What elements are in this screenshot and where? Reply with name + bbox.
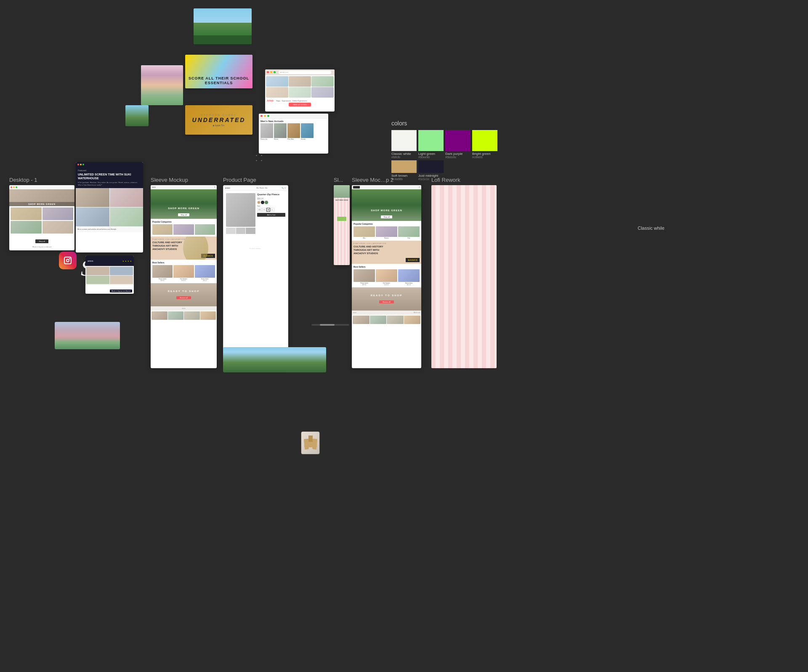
sleeve2-shop-btn[interactable]: Shop all — [381, 215, 392, 218]
mens-arrivals-title: Men's New Arrivals — [260, 120, 327, 122]
swatch-dark-purple: Dark purple #6b0c6c — [445, 130, 470, 159]
win-max — [16, 186, 17, 188]
product-name: Quarter-Zip Fleece — [257, 193, 285, 197]
score-text: SCORE ALL THEIR SCHOOL ESSENTIALS — [188, 76, 250, 86]
plugin-card: anovo ★ ★ ★ ★ Made in figma.com/brand — [85, 256, 134, 294]
sleeve-mockup-1-label: Sleeve Mockup — [151, 177, 188, 183]
sleeve-ready-text: READY TO SHOP — [168, 290, 199, 292]
minimize-dot-2 — [264, 115, 266, 117]
colors-title: colors — [391, 120, 509, 127]
blog-mockup: Featured UNLIMITED SCREEN TIME WITH SUKI… — [76, 162, 143, 252]
scrollbar-element[interactable] — [311, 324, 349, 326]
sleeve2-collab-title: CULTURE AND HISTORYTHROUGH ART WITHANCHO… — [354, 245, 420, 255]
blog-quote: It Girl graduate. Musician. Very online.… — [78, 181, 141, 186]
flowers-photo — [55, 322, 120, 349]
sleeve-bestsellers-label: Best Sellers — [152, 261, 215, 264]
desktop-1-mockup: SHOP MORE GREEN Shop all Made in figma.c… — [9, 185, 74, 250]
sleeve-mockup-2: ☰ SHOP MORE GREEN Shop all Popular Categ… — [352, 185, 421, 368]
product-page-mockup: anovo Men Women Kids 🔍 🛒 Quarter-Zip Fle… — [223, 185, 288, 368]
blog-featured: Featured — [78, 169, 141, 172]
expand-dot — [274, 71, 276, 73]
small-landscape-photo — [125, 105, 149, 126]
sleeve2-bestsellers-label: Best Sellers — [354, 266, 420, 268]
airbnb-logo: Airbnb — [267, 99, 274, 102]
blog-title: UNLIMITED SCREEN TIME WITH SUKI WATERHOU… — [78, 173, 141, 180]
sl-small-label: Sl... — [334, 177, 343, 183]
blog-close — [77, 164, 79, 165]
sleeve-browse-btn[interactable]: Browse all — [176, 296, 191, 299]
sleeve-mockup-1: anovo ☰ SHOP MORE GREEN Shop all Popular… — [151, 185, 217, 368]
product-price: $89.00 — [257, 197, 285, 200]
swatch-bright-green: Bright green #c6fe00 — [472, 130, 497, 159]
close-dot — [267, 71, 269, 73]
frame-connector-dots — [256, 155, 264, 163]
expand-dot-2 — [267, 115, 269, 117]
sleeve-popular-label: Popular Categories — [152, 220, 215, 223]
airbnb-mockup: airbnb.com Airbnb Stays · Experiences · … — [265, 69, 335, 112]
sleeve2-brand-footer: anovo — [353, 312, 356, 313]
sleeve2-basics-badge: BASICS — [406, 258, 420, 262]
score-banner: SCORE ALL THEIR SCHOOL ESSENTIALS — [185, 55, 252, 88]
stephen-curry-label: STEPHEN CURRY — [201, 114, 237, 117]
product-page-label: Product Page — [223, 177, 256, 183]
plugin-btn[interactable]: Made in figma.com/brand — [110, 290, 132, 292]
classic-while-text: Classic while — [634, 201, 668, 255]
lofi-rework-mockup — [431, 185, 497, 368]
shop-all-btn[interactable]: Shop all — [35, 239, 48, 243]
sleeve-shop-btn[interactable]: Shop all — [178, 213, 189, 216]
lofi-rework-label: Lofi Rework — [431, 177, 460, 183]
sleeve2-ready-text: READY TO SHOP — [371, 294, 402, 297]
mens-arrivals-mockup: Men's New Arrivals Fleece Zip Shorts Pol… — [259, 114, 328, 154]
desktop-hero-text: SHOP MORE GREEN — [11, 203, 73, 205]
sl-hero-text: SHOP MORE GREEN — [335, 199, 349, 201]
sleeve2-footer-link: Where next — [414, 312, 420, 313]
sleeve-hero-text: SHOP MORE GREEN — [168, 207, 199, 210]
sleeve2-featured-label: FEATURED COLLABORATION — [354, 242, 420, 244]
footer-link: Made in figma.com/brand — [9, 245, 74, 249]
landscape-bottom-photo — [223, 347, 326, 372]
jacket-product-thumb — [301, 431, 320, 454]
size-label: Size — [257, 205, 285, 207]
blog-max — [82, 164, 84, 165]
sl-small-mockup: SHOP MORE GREEN — [334, 185, 350, 265]
sleeve2-popular-label: Popular Categories — [354, 223, 420, 225]
underrated-banner: STEPHEN CURRY UNDERRATED ▶ Apple TV+ — [185, 105, 252, 135]
add-to-cart-btn[interactable]: Add to Cart — [257, 213, 285, 217]
blog-min — [80, 164, 82, 165]
close-dot-2 — [260, 115, 263, 117]
landscape-top-photo — [194, 8, 252, 44]
win-close — [11, 186, 12, 188]
swatch-soft-brown: Soft brown #c4a66b — [391, 160, 417, 181]
colors-panel: colors Classic white #fdfcfb Light green… — [391, 120, 509, 185]
desktop-1-label: Desktop - 1 — [9, 177, 37, 183]
sleeve-mockup-2-label: Sleeve Moc…p 2 — [352, 177, 393, 183]
win-min — [13, 186, 15, 188]
minimize-dot — [270, 71, 272, 73]
sleeve2-hero-text: SHOP MORE GREEN — [371, 209, 402, 212]
pink-clouds-photo — [141, 65, 183, 105]
sleeve-brand-footer: anovo — [152, 308, 215, 309]
underrated-text: UNDERRATED — [192, 117, 246, 123]
page-content-placeholder: Product details... — [226, 247, 285, 250]
swatch-classic-white: Classic white #fdfcfb — [391, 130, 417, 159]
blog-desc: More content and articles about fashion … — [77, 228, 141, 231]
sleeve2-browse-btn[interactable]: Browse all — [379, 300, 393, 303]
save-60-badge: SAVE UP TO 60% — [289, 103, 311, 106]
swatch-light-green: Light green #90ee90 — [418, 130, 444, 159]
